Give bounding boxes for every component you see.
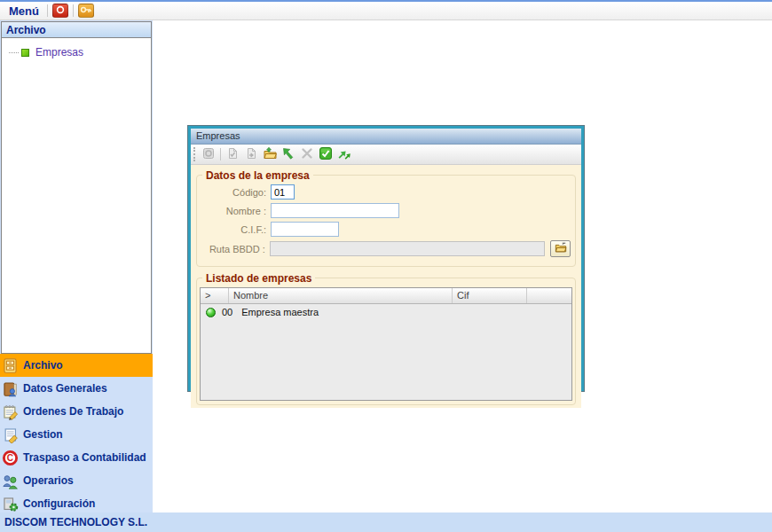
- sidebar-item-gestion[interactable]: Gestion: [0, 423, 153, 446]
- row-nombre-cell: Empresa maestra: [241, 307, 319, 317]
- table-row[interactable]: 00 Empresa maestra: [201, 304, 571, 320]
- open-folder-button[interactable]: [262, 146, 278, 162]
- toolbar-separator: [220, 148, 221, 160]
- column-header-nombre[interactable]: Nombre: [229, 288, 453, 303]
- sidebar-item-label: Ordenes De Trabajo: [23, 405, 123, 418]
- table-header-row: > Nombre Cif: [201, 288, 571, 304]
- notepad-pencil-icon: [2, 403, 19, 420]
- power-button[interactable]: [52, 4, 68, 18]
- tree-item-empresas[interactable]: Empresas: [2, 45, 151, 59]
- cif-input[interactable]: [271, 222, 339, 237]
- sidebar-item-label: Datos Generales: [23, 382, 107, 395]
- sidebar-item-label: Gestion: [23, 428, 63, 441]
- save-button[interactable]: [201, 146, 217, 162]
- computer-gear-icon: [2, 496, 19, 512]
- refresh-arrows-icon: [337, 146, 351, 163]
- cif-label: C.I.F.:: [197, 224, 266, 235]
- green-square-icon: [21, 49, 29, 57]
- key-icon: [80, 4, 92, 18]
- contabilidad-c-icon: C: [2, 450, 19, 466]
- sidebar-item-label: Configuración: [23, 497, 95, 510]
- nombre-label: Nombre :: [197, 206, 266, 216]
- sidebar-item-operarios[interactable]: Operarios: [0, 469, 153, 492]
- ruta-bbdd-input[interactable]: [270, 241, 545, 256]
- sidebar-item-archivo[interactable]: Archivo: [0, 354, 153, 377]
- people-icon: [2, 473, 19, 489]
- sidebar-item-datos-generales[interactable]: Datos Generales: [0, 377, 153, 400]
- key-button[interactable]: [78, 4, 94, 18]
- svg-text:C: C: [7, 453, 13, 463]
- sidebar-panel: Archivo Empresas: [1, 21, 152, 354]
- column-header-empty[interactable]: [527, 288, 571, 303]
- toolbar-grip[interactable]: [193, 147, 196, 161]
- app-root: Menú Archivo Empresas: [0, 0, 772, 532]
- green-sphere-icon: [206, 308, 216, 317]
- delete-x-icon: [300, 146, 314, 163]
- cif-row: C.I.F.:: [197, 222, 571, 237]
- window-titlebar[interactable]: Empresas: [191, 129, 581, 145]
- edit-document-icon: [225, 146, 240, 163]
- address-book-icon: [2, 380, 19, 397]
- window-toolbar: [191, 145, 581, 165]
- listado-empresas-group: Listado de empresas > Nombre Cif 00 Empr…: [196, 278, 576, 405]
- codigo-label: Código:: [197, 187, 266, 198]
- archive-cabinet-icon: [2, 357, 19, 374]
- ruta-bbdd-row: Ruta BBDD :: [197, 240, 571, 257]
- refresh-arrows-button[interactable]: [336, 146, 352, 162]
- accept-check-icon: [319, 146, 333, 163]
- sidebar-item-label: Operarios: [23, 474, 74, 487]
- open-folder-icon: [554, 241, 568, 256]
- open-folder-icon: [263, 146, 278, 163]
- copy-document-button[interactable]: [243, 146, 259, 162]
- column-header-selector[interactable]: >: [201, 288, 229, 303]
- tree-panel: Empresas: [2, 38, 151, 353]
- tree-branch-line: [9, 52, 19, 53]
- listado-empresas-title: Listado de empresas: [202, 272, 315, 285]
- window-body: Datos de la empresa Código: Nombre : C.I…: [191, 165, 581, 408]
- menubar-separator: [73, 4, 74, 17]
- sidebar-panel-header: Archivo: [2, 22, 151, 38]
- ruta-bbdd-label: Ruta BBDD :: [197, 244, 265, 254]
- undo-arrow-icon: [281, 146, 295, 163]
- delete-x-button[interactable]: [299, 146, 315, 162]
- sidebar: Archivo Empresas Archivo Dato: [0, 20, 153, 512]
- datos-empresa-group: Datos de la empresa Código: Nombre : C.I…: [196, 175, 576, 267]
- nombre-input[interactable]: [271, 203, 399, 218]
- power-icon: [55, 4, 66, 18]
- codigo-row: Código:: [197, 184, 571, 200]
- edit-document-button[interactable]: [225, 146, 240, 162]
- menu-button[interactable]: Menú: [5, 4, 43, 18]
- sidebar-nav: Archivo Datos Generales Ordenes De Traba…: [0, 354, 153, 515]
- sidebar-item-label: Archivo: [23, 359, 63, 372]
- save-icon: [201, 146, 216, 163]
- statusbar: DISCOM TECHNOLOGY S.L.: [0, 512, 772, 532]
- nombre-row: Nombre :: [197, 203, 571, 218]
- datos-empresa-title: Datos de la empresa: [202, 169, 313, 182]
- empresas-table: > Nombre Cif 00 Empresa maestra: [200, 287, 572, 401]
- document-pencil-icon: [2, 426, 19, 443]
- column-header-cif[interactable]: Cif: [453, 288, 527, 303]
- menubar: Menú: [0, 0, 772, 20]
- copy-document-icon: [244, 146, 258, 163]
- browse-ruta-button[interactable]: [550, 240, 571, 257]
- codigo-input[interactable]: [271, 184, 295, 200]
- accept-check-button[interactable]: [318, 146, 334, 162]
- undo-arrow-button[interactable]: [280, 146, 296, 162]
- tree-item-label: Empresas: [35, 46, 83, 59]
- menubar-separator: [47, 4, 48, 17]
- sidebar-item-label: Traspaso a Contabilidad: [23, 451, 146, 464]
- empresas-window: Empresas: [188, 126, 584, 391]
- row-code-cell: 00: [222, 307, 232, 317]
- sidebar-item-traspaso-a-contabilidad[interactable]: C Traspaso a Contabilidad: [0, 446, 153, 469]
- sidebar-item-ordenes-de-trabajo[interactable]: Ordenes De Trabajo: [0, 400, 153, 423]
- main-content: Empresas: [153, 20, 772, 512]
